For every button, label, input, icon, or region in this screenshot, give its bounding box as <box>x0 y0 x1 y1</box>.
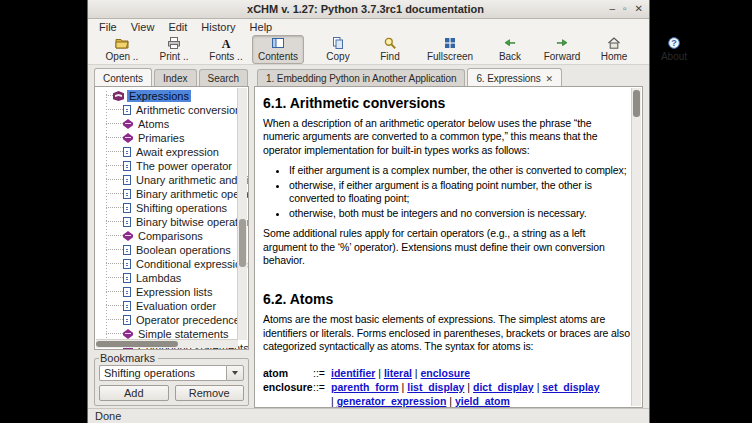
tree-item[interactable]: The power operator <box>95 159 248 173</box>
tree-vscroll-thumb[interactable] <box>239 219 246 267</box>
section-heading-6-2: 6.2. Atoms <box>263 291 630 307</box>
tree-item-label: Expressions <box>127 90 191 102</box>
close-button[interactable]: ✕ <box>635 4 643 14</box>
tree-item[interactable]: Boolean operations <box>95 243 248 257</box>
tree-item[interactable]: Lambdas <box>95 271 248 285</box>
tree-item[interactable]: Expression lists <box>95 285 248 299</box>
tab-close-icon[interactable]: ✕ <box>546 74 553 84</box>
book-closed-icon <box>123 119 133 129</box>
tree-item[interactable]: Primaries <box>95 131 248 145</box>
home-button[interactable]: Home <box>588 35 640 64</box>
document-content: 6.1. Arithmetic conversions When a descr… <box>263 87 630 407</box>
home-house-icon <box>607 36 621 50</box>
page-icon <box>123 301 131 311</box>
grammar-link[interactable]: literal <box>384 367 412 379</box>
book-closed-icon <box>123 133 133 143</box>
content-scrollbar[interactable] <box>631 88 641 406</box>
forward-arrow-icon <box>555 36 569 50</box>
about-button[interactable]: ? About <box>648 35 700 64</box>
grammar-link[interactable]: yield_atom <box>455 395 510 407</box>
doc-tab-expressions[interactable]: 6. Expressions✕ <box>467 68 562 86</box>
menu-item[interactable]: Help <box>243 21 280 33</box>
bookmark-combobox[interactable]: Shifting operations <box>99 365 244 381</box>
tree-item-label: Atoms <box>136 118 171 130</box>
page-icon <box>123 287 131 297</box>
tree-item[interactable]: Operator precedence <box>95 313 248 327</box>
menu-item[interactable]: Edit <box>161 21 194 33</box>
fullscreen-expand-icon <box>443 36 457 50</box>
tree-horizontal-scrollbar[interactable] <box>96 339 238 348</box>
contents-toggle-button[interactable]: Contents <box>252 35 304 64</box>
maximize-button[interactable]: ▫ <box>623 4 627 14</box>
back-button[interactable]: Back <box>484 35 536 64</box>
grammar-link[interactable]: identifier <box>331 367 375 379</box>
tree-item[interactable]: Unary arithmetic and bitwis <box>95 173 248 187</box>
grammar-link[interactable]: generator_expression <box>337 395 447 407</box>
tree-vertical-scrollbar[interactable] <box>237 88 247 340</box>
tree-item[interactable]: Arithmetic conversions <box>95 103 248 117</box>
tree-item-label: Arithmetic conversions <box>134 104 248 116</box>
tree-item[interactable]: Comparisons <box>95 229 248 243</box>
tree-item-label: Lambdas <box>134 272 183 284</box>
menu-item[interactable]: History <box>194 21 242 33</box>
content-scroll-thumb[interactable] <box>633 90 640 117</box>
contents-button-label: Contents <box>258 51 298 62</box>
tree-connector <box>106 249 123 251</box>
bullet-item: otherwise, both must be integers and no … <box>289 207 630 220</box>
contents-tree: Expressions Arithmetic conversions Ato <box>95 87 248 350</box>
menu-item[interactable]: View <box>124 21 162 33</box>
print-button-label: Print .. <box>160 51 189 62</box>
doc-tab-embedding[interactable]: 1. Embedding Python in Another Applicati… <box>257 69 465 86</box>
tree-item-label: Operator precedence <box>134 314 242 326</box>
tree-hscroll-thumb[interactable] <box>96 341 178 347</box>
xchm-window: xCHM v. 1.27: Python 3.7.3rc1 documentat… <box>87 0 650 423</box>
tree-connector <box>106 193 123 195</box>
tree-item[interactable]: Conditional expressions <box>95 257 248 271</box>
tab-search[interactable]: Search <box>199 69 249 86</box>
fonts-button[interactable]: A Fonts .. <box>200 35 252 64</box>
copy-button[interactable]: Copy <box>312 35 364 64</box>
grammar-link[interactable]: dict_display <box>473 381 534 393</box>
doc-tab-expressions-label: 6. Expressions <box>476 73 540 84</box>
bookmark-add-button[interactable]: Add <box>99 385 169 401</box>
grammar-link[interactable]: enclosure <box>420 367 470 379</box>
bookmarks-panel: Bookmarks Shifting operations Add Remove <box>94 352 249 406</box>
document-view-panel: 6.1. Arithmetic conversions When a descr… <box>254 86 643 408</box>
grammar-nonterminal: atom <box>263 366 313 380</box>
tree-item[interactable]: Expressions <box>95 89 248 103</box>
tab-row: Contents Index Search 1. Embedding Pytho… <box>88 65 649 86</box>
tree-item[interactable]: Shifting operations <box>95 201 248 215</box>
minimize-button[interactable]: – <box>610 4 616 14</box>
forward-button[interactable]: Forward <box>536 35 588 64</box>
tab-index[interactable]: Index <box>154 69 196 86</box>
tree-connector <box>106 179 123 181</box>
grammar-link[interactable]: set_display <box>542 381 599 393</box>
tree-item[interactable]: Atoms <box>95 117 248 131</box>
print-button[interactable]: Print .. <box>148 35 200 64</box>
grammar-link[interactable]: parenth_form <box>331 381 399 393</box>
tab-contents[interactable]: Contents <box>94 68 152 86</box>
tree-item[interactable]: Binary arithmetic operation <box>95 187 248 201</box>
menu-item[interactable]: File <box>92 21 124 33</box>
page-icon <box>123 161 131 171</box>
printer-icon <box>167 36 181 50</box>
bullet-item: If either argument is a complex number, … <box>289 164 630 177</box>
grammar-link[interactable]: list_display <box>407 381 464 393</box>
find-button[interactable]: Find <box>364 35 416 64</box>
tree-connector <box>106 165 123 167</box>
tree-item[interactable]: Binary bitwise operations <box>95 215 248 229</box>
tree-item[interactable]: Evaluation order <box>95 299 248 313</box>
forward-button-label: Forward <box>544 51 581 62</box>
grammar-productions: | generator_expression | yield_atom <box>331 395 510 407</box>
tree-item[interactable]: Await expression <box>95 145 248 159</box>
grammar-productions: identifier | literal | enclosure <box>331 367 470 379</box>
tree-item-label: Comparisons <box>136 230 205 242</box>
page-icon <box>123 217 131 227</box>
combo-dropdown-button[interactable] <box>226 365 244 381</box>
fullscreen-button[interactable]: Fullscreen <box>424 35 476 64</box>
bookmark-remove-button[interactable]: Remove <box>175 385 245 401</box>
copy-pages-icon <box>331 36 345 50</box>
tree-item-label: Primaries <box>136 132 186 144</box>
open-button[interactable]: Open .. <box>96 35 148 64</box>
page-icon <box>123 203 131 213</box>
